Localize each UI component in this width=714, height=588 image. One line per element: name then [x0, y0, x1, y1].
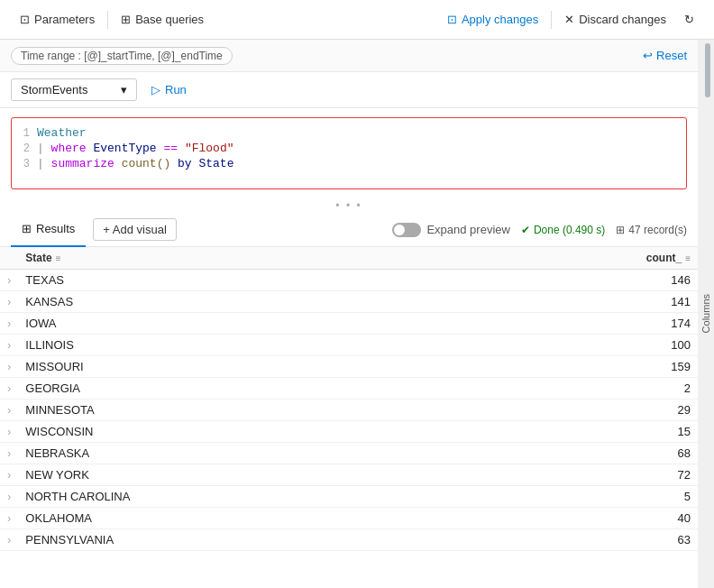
done-label: Done (0.490 s): [534, 224, 605, 236]
expand-header: [0, 247, 18, 270]
database-selector[interactable]: StormEvents ▾: [11, 78, 137, 101]
row-expand[interactable]: ›: [0, 421, 18, 443]
records-icon: ⊞: [616, 224, 625, 236]
state-column-header[interactable]: State ≡: [18, 247, 473, 270]
code-token: Weather: [37, 126, 87, 140]
count-cell: 146: [473, 270, 698, 291]
state-cell: KANSAS: [18, 291, 473, 313]
count-cell: 63: [473, 529, 698, 551]
base-queries-icon: ⊞: [121, 13, 131, 26]
base-queries-label: Base queries: [135, 13, 204, 26]
query-bar: StormEvents ▾ ▷ Run: [0, 72, 698, 108]
line-number-2: 2: [12, 142, 37, 155]
parameters-label: Parameters: [34, 13, 95, 26]
count-cell: 5: [473, 486, 698, 508]
count-cell: 68: [473, 443, 698, 464]
base-queries-button[interactable]: ⊞ Base queries: [112, 9, 213, 30]
code-line-2: 2 | where EventType == "Flood": [12, 141, 686, 156]
row-expand[interactable]: ›: [0, 529, 18, 551]
table-row[interactable]: › OKLAHOMA 40: [0, 508, 698, 529]
discard-changes-button[interactable]: ✕ Discard changes: [555, 9, 675, 30]
records-count: 47 record(s): [628, 224, 687, 236]
main-content: Time range : [@]_startTime, [@]_endTime …: [0, 40, 714, 588]
table-row[interactable]: › MISSOURI 159: [0, 356, 698, 378]
table-row[interactable]: › ILLINOIS 100: [0, 335, 698, 356]
state-cell: NEBRASKA: [18, 443, 473, 464]
table-row[interactable]: › WISCONSIN 15: [0, 421, 698, 443]
state-cell: NORTH CAROLINA: [18, 486, 473, 508]
right-sidebar: Columns: [698, 40, 714, 588]
code-content-3: | summarize count() by State: [37, 157, 686, 170]
code-token: |: [37, 157, 51, 170]
results-tab[interactable]: ⊞ Results: [11, 213, 86, 247]
parameters-button[interactable]: ⊡ Parameters: [11, 9, 104, 30]
check-icon: ✔: [521, 224, 530, 236]
count-cell: 2: [473, 378, 698, 400]
row-expand[interactable]: ›: [0, 291, 18, 313]
add-visual-button[interactable]: + Add visual: [93, 218, 176, 241]
count-column-header[interactable]: count_ ≡: [473, 247, 698, 270]
state-cell: IOWA: [18, 313, 473, 335]
parameters-icon: ⊡: [20, 13, 30, 26]
row-expand[interactable]: ›: [0, 400, 18, 421]
toolbar-separator-2: [551, 11, 552, 29]
row-expand[interactable]: ›: [0, 356, 18, 378]
state-filter-icon[interactable]: ≡: [56, 253, 61, 263]
table-row[interactable]: › TEXAS 146: [0, 270, 698, 291]
code-token: summarize: [51, 157, 114, 170]
code-line-3: 3 | summarize count() by State: [12, 156, 686, 171]
state-cell: PENNSYLVANIA: [18, 529, 473, 551]
code-token: where: [51, 142, 87, 155]
table-row[interactable]: › NEW YORK 72: [0, 464, 698, 486]
row-expand[interactable]: ›: [0, 464, 18, 486]
table-row[interactable]: › NEBRASKA 68: [0, 443, 698, 464]
row-expand[interactable]: ›: [0, 313, 18, 335]
row-expand[interactable]: ›: [0, 378, 18, 400]
table-row[interactable]: › NORTH CAROLINA 5: [0, 486, 698, 508]
code-editor[interactable]: 1 Weather 2 | where EventType == "Flood"…: [11, 117, 687, 189]
code-token: |: [37, 142, 51, 155]
code-token: "Flood": [185, 142, 234, 155]
row-expand[interactable]: ›: [0, 508, 18, 529]
resize-handle[interactable]: • • •: [0, 198, 698, 213]
reset-button[interactable]: ↩ Reset: [643, 49, 687, 62]
scrollbar-thumb[interactable]: [705, 43, 710, 97]
row-expand[interactable]: ›: [0, 335, 18, 356]
run-button[interactable]: ▷ Run: [144, 79, 194, 100]
count-cell: 174: [473, 313, 698, 335]
table-row[interactable]: › GEORGIA 2: [0, 378, 698, 400]
reset-icon: ↩: [643, 49, 653, 62]
discard-changes-label: Discard changes: [579, 13, 666, 26]
state-cell: GEORGIA: [18, 378, 473, 400]
row-expand[interactable]: ›: [0, 486, 18, 508]
time-range-bar: Time range : [@]_startTime, [@]_endTime …: [0, 40, 698, 72]
table-row[interactable]: › PENNSYLVANIA 63: [0, 529, 698, 551]
refresh-button[interactable]: ↻: [675, 9, 703, 30]
results-header: ⊞ Results + Add visual Expand preview ✔ …: [0, 213, 698, 247]
results-grid-icon: ⊞: [22, 222, 32, 235]
state-cell: TEXAS: [18, 270, 473, 291]
state-cell: MISSOURI: [18, 356, 473, 378]
time-range-selector[interactable]: Time range : [@]_startTime, [@]_endTime: [11, 47, 233, 65]
count-cell: 72: [473, 464, 698, 486]
toolbar-separator: [107, 11, 108, 29]
time-range-label: Time range: [21, 50, 75, 62]
table-row[interactable]: › IOWA 174: [0, 313, 698, 335]
code-token: count(): [122, 157, 171, 170]
code-content-2: | where EventType == "Flood": [37, 142, 686, 155]
expand-preview-label: Expand preview: [426, 223, 510, 236]
columns-panel-label[interactable]: Columns: [699, 290, 713, 336]
code-token: by State: [178, 157, 233, 170]
data-table: State ≡ count_ ≡ ›: [0, 247, 698, 551]
chevron-down-icon: ▾: [121, 83, 127, 96]
time-range-colon: :: [75, 50, 84, 62]
table-row[interactable]: › KANSAS 141: [0, 291, 698, 313]
row-expand[interactable]: ›: [0, 443, 18, 464]
count-filter-icon[interactable]: ≡: [685, 253, 691, 263]
apply-changes-label: Apply changes: [462, 13, 538, 26]
table-row[interactable]: › MINNESOTA 29: [0, 400, 698, 421]
expand-preview-toggle[interactable]: [392, 223, 421, 237]
expand-preview-control: Expand preview: [392, 223, 510, 237]
apply-changes-button[interactable]: ⊡ Apply changes: [438, 9, 547, 30]
row-expand[interactable]: ›: [0, 270, 18, 291]
